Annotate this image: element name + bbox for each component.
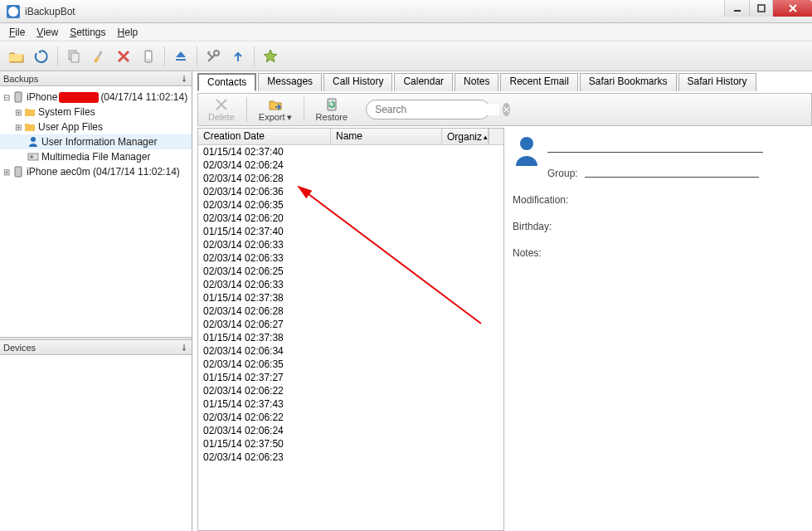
menu-help[interactable]: Help — [112, 25, 144, 40]
table-row[interactable]: 02/03/14 02:06:27 — [198, 318, 503, 331]
close-button[interactable] — [772, 0, 812, 17]
app-icon — [7, 5, 20, 18]
export-icon — [268, 97, 283, 112]
open-folder-button[interactable] — [5, 45, 28, 68]
tree-node-multimedia-manager[interactable]: Multimedia File Manager — [0, 149, 192, 164]
tree-node-device1[interactable]: ⊟ iPhone (04/17/14 11:02:14) — [0, 90, 192, 105]
main-toolbar — [0, 41, 812, 71]
copy-button[interactable] — [62, 45, 85, 68]
svg-point-9 — [214, 51, 219, 56]
tree-node-system-files[interactable]: ⊞ System Files — [0, 105, 192, 119]
eject-button[interactable] — [169, 45, 192, 68]
table-row[interactable]: 02/03/14 02:06:33 — [198, 251, 503, 265]
table-row[interactable]: 01/15/14 02:37:38 — [198, 291, 503, 304]
titlebar[interactable]: iBackupBot — [0, 0, 812, 23]
table-row[interactable]: 02/03/14 02:06:36 — [198, 185, 503, 198]
tab-safari-history[interactable]: Safari History — [678, 73, 756, 91]
table-row[interactable]: 01/15/14 02:37:50 — [198, 437, 503, 451]
menu-settings[interactable]: Settings — [64, 25, 111, 40]
refresh-button[interactable] — [30, 45, 53, 68]
tabs: Contacts Messages Call History Calendar … — [197, 73, 812, 91]
window-title: iBackupBot — [25, 6, 75, 17]
table-row[interactable]: 02/03/14 02:06:23 — [198, 451, 503, 464]
column-name[interactable]: Name — [331, 129, 442, 144]
column-organization[interactable]: Organiz▴ — [442, 129, 489, 144]
backups-tree[interactable]: ⊟ iPhone (04/17/14 11:02:14) ⊞ System Fi… — [0, 86, 192, 337]
folder-icon — [23, 120, 36, 134]
maximize-button[interactable] — [749, 0, 772, 17]
tab-calendar[interactable]: Calendar — [394, 73, 453, 91]
menubar: File View Settings Help — [0, 23, 812, 41]
tab-notes[interactable]: Notes — [455, 73, 498, 91]
table-row[interactable]: 02/03/14 02:06:22 — [198, 384, 503, 397]
redacted-name — [59, 92, 99, 103]
tab-recent-email[interactable]: Recent Email — [500, 73, 577, 91]
contact-name-field — [547, 141, 763, 153]
tab-call-history[interactable]: Call History — [323, 73, 392, 91]
brush-button[interactable] — [87, 45, 110, 68]
table-row[interactable]: 02/03/14 02:06:22 — [198, 411, 503, 424]
birthday-label: Birthday: — [513, 221, 552, 232]
table-row[interactable]: 02/03/14 02:06:24 — [198, 424, 503, 437]
delete-button[interactable]: Delete — [203, 97, 240, 122]
tools-button[interactable] — [202, 45, 225, 68]
menu-view[interactable]: View — [31, 25, 64, 40]
svg-point-11 — [31, 137, 36, 142]
search-box[interactable]: ✕ — [366, 100, 490, 119]
table-row[interactable]: 02/03/14 02:06:34 — [198, 344, 503, 358]
phone-icon — [12, 165, 25, 178]
delete-icon — [214, 97, 229, 112]
tab-safari-bookmarks[interactable]: Safari Bookmarks — [580, 73, 677, 91]
group-label: Group: — [547, 168, 578, 179]
pin-icon[interactable] — [180, 75, 188, 83]
table-row[interactable]: 02/03/14 02:06:28 — [198, 172, 503, 185]
svg-rect-1 — [734, 10, 741, 12]
tree-node-device2[interactable]: ⊞ iPhone aec0m (04/17/14 11:02:14) — [0, 164, 192, 179]
table-row[interactable]: 02/03/14 02:06:25 — [198, 265, 503, 278]
avatar-icon — [513, 134, 541, 166]
table-row[interactable]: 02/03/14 02:06:35 — [198, 358, 503, 371]
column-creation-date[interactable]: Creation Date — [198, 129, 331, 144]
folder-icon — [23, 105, 36, 119]
chevron-down-icon: ▾ — [287, 112, 292, 123]
phone-button[interactable] — [137, 45, 160, 68]
table-row[interactable]: 02/03/14 02:06:33 — [198, 278, 503, 291]
devices-panel-header: Devices — [0, 340, 192, 355]
tree-node-user-info-manager[interactable]: User Information Manager — [0, 134, 192, 149]
svg-point-13 — [30, 155, 33, 158]
table-row[interactable]: 01/15/14 02:37:27 — [198, 371, 503, 384]
tab-contacts[interactable]: Contacts — [197, 73, 256, 91]
svg-point-0 — [8, 7, 18, 17]
restore-button[interactable]: Restore — [311, 97, 353, 122]
upload-button[interactable] — [226, 45, 250, 68]
contact-detail-panel: Group: Modification: Birthday: Notes: — [504, 128, 812, 531]
table-row[interactable]: 02/03/14 02:06:35 — [198, 198, 503, 212]
minimize-button[interactable] — [724, 0, 749, 17]
table-row[interactable]: 01/15/14 02:37:40 — [198, 225, 503, 238]
export-button[interactable]: Export▾ — [254, 97, 297, 123]
svg-rect-10 — [15, 92, 22, 102]
menu-file[interactable]: File — [3, 25, 31, 40]
modification-label: Modification: — [513, 194, 568, 206]
backups-panel-header: Backups — [0, 71, 192, 86]
table-row[interactable]: 02/03/14 02:06:28 — [198, 304, 503, 318]
table-row[interactable]: 02/03/14 02:06:24 — [198, 158, 503, 172]
list-rows[interactable]: 01/15/14 02:37:4002/03/14 02:06:2402/03/… — [198, 145, 503, 530]
svg-rect-4 — [71, 53, 79, 62]
star-button[interactable] — [259, 45, 282, 68]
clear-search-button[interactable]: ✕ — [503, 103, 510, 116]
table-row[interactable]: 02/03/14 02:06:33 — [198, 238, 503, 251]
table-row[interactable]: 02/03/14 02:06:20 — [198, 212, 503, 225]
table-row[interactable]: 01/15/14 02:37:40 — [198, 145, 503, 158]
tree-node-user-app-files[interactable]: ⊞ User App Files — [0, 119, 192, 134]
search-input[interactable] — [375, 104, 499, 115]
devices-body — [0, 355, 192, 531]
table-row[interactable]: 01/15/14 02:37:43 — [198, 397, 503, 411]
person-icon — [27, 135, 40, 149]
svg-rect-5 — [97, 51, 103, 57]
tab-messages[interactable]: Messages — [258, 73, 322, 91]
delete-x-button[interactable] — [112, 45, 135, 68]
notes-label: Notes: — [513, 247, 542, 259]
pin-icon[interactable] — [180, 343, 188, 352]
table-row[interactable]: 01/15/14 02:37:38 — [198, 331, 503, 344]
